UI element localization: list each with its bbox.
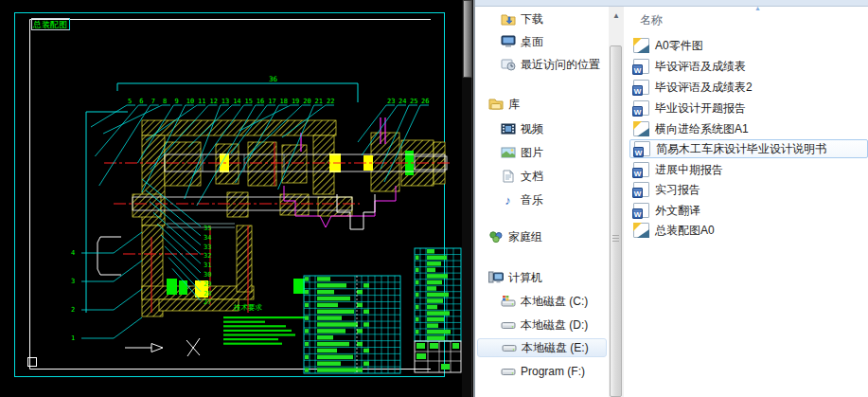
sidebar-item-computer[interactable]: 计算机 bbox=[477, 268, 607, 287]
part-callout: 12 bbox=[209, 98, 217, 105]
file-row[interactable]: W 实习报告 bbox=[629, 180, 868, 199]
computer-icon bbox=[487, 271, 504, 285]
cad-scrollbar[interactable] bbox=[462, 0, 474, 397]
part-callout: 5 bbox=[128, 98, 132, 105]
file-row-selected[interactable]: W 简易木工车床设计毕业设计说明书 bbox=[629, 139, 868, 158]
sort-ascending-icon[interactable]: ▲ bbox=[754, 5, 761, 11]
sidebar-item-label: Program (F:) bbox=[521, 365, 585, 378]
sidebar-item-local-disk-e[interactable]: 本地磁盘 (E:) bbox=[477, 338, 607, 357]
file-row[interactable]: W 毕设评语及成绩表 bbox=[629, 57, 868, 76]
part-callout: 31 bbox=[204, 262, 211, 269]
list-header: 名称 ▲ bbox=[624, 7, 868, 31]
drive-icon bbox=[500, 318, 516, 333]
navigation-scrollbar-thumb[interactable] bbox=[610, 45, 622, 397]
part-callout: 19 bbox=[292, 98, 299, 105]
sidebar-item-pictures[interactable]: 图片 bbox=[477, 143, 607, 162]
drawing-title-tag: 总装配图 bbox=[32, 20, 67, 29]
system-drive-icon bbox=[500, 295, 516, 309]
sidebar-item-label: 本地磁盘 (E:) bbox=[522, 340, 589, 356]
part-callout: 1 bbox=[71, 334, 75, 342]
sidebar-item-local-disk-c[interactable]: 本地磁盘 (C:) bbox=[477, 292, 607, 311]
file-row[interactable]: 横向进给系统图A1 bbox=[629, 119, 868, 138]
cad-scrollbar-track bbox=[471, 78, 472, 397]
sidebar-item-videos[interactable]: 视频 bbox=[477, 119, 607, 138]
part-callout: 20 bbox=[303, 98, 310, 105]
part-callout: 3 bbox=[71, 278, 75, 285]
sidebar-item-downloads[interactable]: 下载 bbox=[477, 9, 607, 28]
sidebar-item-label: 家庭组 bbox=[508, 229, 542, 245]
explorer-top-strip bbox=[475, 0, 868, 7]
part-callout: 7 bbox=[151, 98, 155, 105]
part-callout: 18 bbox=[280, 98, 288, 105]
part-callout: 29 bbox=[204, 280, 211, 288]
sidebar-item-label: 文档 bbox=[521, 169, 543, 185]
part-callout: 15 bbox=[245, 98, 253, 105]
file-row[interactable]: W 毕设评语及成绩表2 bbox=[629, 78, 868, 97]
drive-icon bbox=[501, 341, 517, 355]
ucs-icon bbox=[28, 338, 201, 367]
part-callout: 9 bbox=[174, 98, 178, 105]
downloads-folder-icon bbox=[500, 12, 516, 27]
sidebar-item-program-f[interactable]: Program (F:) bbox=[477, 362, 607, 381]
part-callout: 35 bbox=[204, 225, 211, 232]
word-file-icon: W bbox=[633, 182, 649, 197]
sidebar-item-libraries[interactable]: 库 bbox=[477, 95, 607, 114]
sidebar-item-label: 本地磁盘 (D:) bbox=[521, 317, 588, 334]
sidebar-item-desktop[interactable]: 桌面 bbox=[477, 32, 607, 51]
recent-places-icon bbox=[500, 58, 516, 72]
word-file-icon: W bbox=[633, 59, 649, 74]
file-row[interactable]: W 进展中期报告 bbox=[629, 160, 868, 179]
part-callout: 10 bbox=[186, 98, 194, 105]
music-icon: ♪ bbox=[500, 193, 516, 208]
part-callout: 23 bbox=[387, 98, 395, 105]
libraries-icon bbox=[487, 98, 504, 112]
file-explorer-window: 下载 桌面 最近访问的位置 库 bbox=[474, 0, 868, 397]
part-callout: 6 bbox=[139, 98, 143, 105]
documents-icon bbox=[500, 170, 516, 184]
part-callout: 4 bbox=[71, 249, 75, 257]
cad-scrollbar-thumb[interactable] bbox=[463, 0, 472, 78]
file-name: 毕设评语及成绩表 bbox=[655, 59, 746, 75]
sidebar-item-music[interactable]: ♪ 音乐 bbox=[477, 190, 607, 209]
sidebar-item-label: 下载 bbox=[521, 11, 543, 27]
file-row[interactable]: 总装配图A0 bbox=[629, 221, 868, 240]
file-name: 简易木工车床设计毕业设计说明书 bbox=[656, 141, 826, 157]
part-callout: 8 bbox=[163, 98, 167, 105]
file-name: 总装配图A0 bbox=[655, 223, 715, 239]
part-callout: 26 bbox=[421, 98, 429, 105]
part-callout: 21 bbox=[315, 98, 323, 105]
scroll-up-arrow-icon[interactable]: ▲ bbox=[609, 9, 624, 23]
file-row[interactable]: W 毕业设计开题报告 bbox=[629, 99, 868, 117]
tech-requirements-textline bbox=[223, 338, 278, 340]
sidebar-item-label: 最近访问的位置 bbox=[521, 57, 600, 73]
file-row[interactable]: W 外文翻译 bbox=[629, 201, 868, 220]
part-callout: 33 bbox=[204, 244, 211, 251]
cad-file-icon bbox=[633, 38, 649, 53]
file-name: A0零件图 bbox=[655, 38, 703, 54]
part-callout: 22 bbox=[327, 98, 334, 105]
sidebar-item-documents[interactable]: 文档 bbox=[477, 167, 607, 186]
tech-requirements-textline bbox=[223, 343, 282, 345]
sidebar-item-local-disk-d[interactable]: 本地磁盘 (D:) bbox=[477, 316, 607, 334]
pictures-icon bbox=[500, 146, 516, 160]
sidebar-item-homegroup[interactable]: 家庭组 bbox=[477, 227, 607, 246]
part-callout: 34 bbox=[204, 234, 211, 242]
lathe-assembly-section bbox=[97, 117, 452, 316]
dimension-lines bbox=[86, 83, 358, 313]
part-callout: 25 bbox=[410, 98, 417, 105]
screen: 总装配图 36 56789101112131415161718192021222… bbox=[0, 0, 868, 397]
column-header-name[interactable]: 名称 bbox=[640, 12, 663, 28]
sidebar-item-recent-places[interactable]: 最近访问的位置 bbox=[477, 55, 607, 74]
bom-tables bbox=[304, 248, 461, 373]
file-name: 实习报告 bbox=[655, 182, 700, 198]
cad-viewport[interactable]: 总装配图 36 56789101112131415161718192021222… bbox=[0, 0, 462, 397]
part-callout: 14 bbox=[233, 98, 240, 105]
cad-file-icon bbox=[633, 223, 649, 238]
navigation-scrollbar[interactable]: ▲ bbox=[609, 7, 624, 397]
part-callout: 30 bbox=[204, 271, 211, 279]
part-callout: 32 bbox=[204, 252, 211, 260]
videos-icon bbox=[500, 122, 516, 136]
file-row[interactable]: A0零件图 bbox=[629, 36, 868, 55]
word-file-icon: W bbox=[633, 80, 649, 95]
tech-requirements-textline bbox=[223, 316, 309, 318]
